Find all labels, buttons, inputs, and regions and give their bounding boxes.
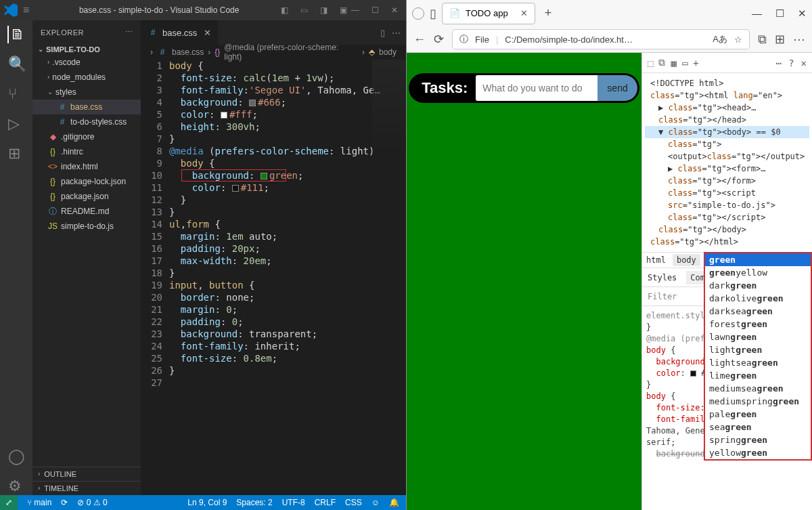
settings-icon[interactable]: ⚙ (8, 477, 24, 495)
file-readme[interactable]: ⓘREADME.md (32, 204, 141, 219)
extensions-icon[interactable]: ⊞ (775, 32, 785, 47)
explorer-label: EXPLORER (41, 28, 84, 37)
more-icon[interactable]: ⋯ (125, 28, 133, 37)
autocomplete-popup[interactable]: greengreenyellowdarkgreendarkolivegreend… (704, 252, 812, 461)
read-aloud-icon[interactable]: Aあ (713, 33, 727, 45)
file-script[interactable]: JSsimple-to-do.js (32, 219, 141, 234)
devtools-panel: ⬚ ⧉ ▦ ▭ + ⋯ ? ✕ <!DOCTYPE html>class="tg… (641, 53, 812, 510)
git-branch[interactable]: ⑂ main (27, 498, 51, 507)
sidebar: EXPLORER ⋯ ⌄SIMPLE-TO-DO ›.vscode ›node_… (32, 20, 141, 495)
vscode-window: ≡ base.css - simple-to-do - Visual Studi… (0, 0, 406, 510)
timeline-section[interactable]: ›TIMELINE (32, 481, 141, 495)
menu-icon[interactable]: ⋯ (793, 32, 805, 47)
sync-icon[interactable]: ⟳ (61, 498, 68, 507)
tab-close-icon[interactable]: ✕ (520, 8, 528, 18)
dom-tree[interactable]: <!DOCTYPE html>class="tg"><html lang="en… (642, 73, 812, 252)
vscode-titlebar[interactable]: ≡ base.css - simple-to-do - Visual Studi… (0, 0, 406, 20)
device-icon[interactable]: ⧉ (658, 57, 665, 68)
feedback-icon[interactable]: ☺ (371, 498, 380, 507)
explorer-icon[interactable]: 🗎 (7, 26, 24, 43)
more-icon[interactable]: ⋯ (776, 58, 782, 68)
file-index-html[interactable]: <>index.html (32, 159, 141, 174)
remote-icon[interactable]: ⤢ (0, 495, 18, 510)
split-editor-icon[interactable]: ▯ (380, 28, 385, 38)
welcome-icon[interactable]: ▦ (671, 58, 676, 68)
status-bar: ⤢ ⑂ main ⟳ ⊘ 0 ⚠ 0 Ln 9, Col 9 Spaces: 2… (0, 495, 406, 510)
maximize-icon[interactable]: ☐ (371, 5, 379, 15)
favorite-icon[interactable]: ☆ (734, 35, 742, 45)
vscode-logo-icon (4, 3, 18, 17)
task-input[interactable] (476, 75, 597, 101)
filter-input[interactable]: Filter (648, 292, 677, 301)
minimize-icon[interactable]: — (752, 7, 762, 20)
extensions-icon[interactable]: ⊞ (8, 145, 24, 163)
browser-chrome: ▯ 📄 TODO app ✕ + — ☐ ✕ ← ⟳ ⓘ File | C:/D… (407, 0, 812, 53)
send-button[interactable]: send (597, 75, 637, 101)
project-root[interactable]: ⌄SIMPLE-TO-DO (32, 44, 141, 55)
devtools-toolbar: ⬚ ⧉ ▦ ▭ + ⋯ ? ✕ (642, 53, 812, 73)
file-package-lock[interactable]: {}package-lock.json (32, 174, 141, 189)
page-info-icon[interactable]: ⓘ (459, 33, 468, 45)
collections-icon[interactable]: ⧉ (758, 33, 767, 47)
breadcrumbs[interactable]: ›#base.css ›{}@media (prefers-color-sche… (141, 45, 406, 60)
elements-tab-icon[interactable]: ▭ (682, 58, 687, 68)
close-icon[interactable]: ✕ (798, 7, 807, 20)
new-tab-icon[interactable]: + (693, 58, 698, 68)
inspect-icon[interactable]: ⬚ (648, 58, 653, 68)
address-bar[interactable]: ⓘ File | C:/Demo/simple-to-do/index.ht… … (452, 29, 750, 49)
browser-tab[interactable]: 📄 TODO app ✕ (442, 3, 535, 24)
outline-section[interactable]: ›OUTLINE (32, 467, 141, 481)
minimize-icon[interactable]: — (351, 5, 359, 15)
tab-actions-icon[interactable]: ▯ (430, 6, 436, 21)
file-hintrc[interactable]: {}.hintrc (32, 144, 141, 159)
tab-base-css[interactable]: # base.css ✕ (141, 20, 219, 45)
cursor-pos[interactable]: Ln 9, Col 9 (187, 498, 227, 507)
task-form: Tasks: send (409, 73, 639, 103)
maximize-icon[interactable]: ☐ (775, 7, 784, 20)
panel-right-icon[interactable]: ◨ (320, 5, 328, 15)
file-gitignore[interactable]: ◆.gitignore (32, 129, 141, 144)
activity-bar: 🗎 🔍 ⑂ ▷ ⊞ ◯ ⚙ (0, 20, 32, 495)
styles-tab[interactable]: Styles (648, 273, 677, 282)
help-icon[interactable]: ? (788, 58, 794, 68)
account-icon[interactable]: ◯ (8, 448, 24, 465)
close-icon[interactable]: ✕ (391, 5, 398, 15)
problems[interactable]: ⊘ 0 ⚠ 0 (77, 498, 107, 507)
code-editor[interactable]: 1234567891011121314151617181920212223242… (141, 60, 406, 495)
tab-close-icon[interactable]: ✕ (204, 28, 211, 38)
new-tab-icon[interactable]: + (545, 6, 552, 20)
eol[interactable]: CRLF (315, 498, 336, 507)
panel-bottom-icon[interactable]: ▭ (300, 5, 308, 15)
tasks-label: Tasks: (411, 79, 476, 97)
refresh-icon[interactable]: ⟳ (434, 32, 444, 47)
language[interactable]: CSS (345, 498, 362, 507)
indent[interactable]: Spaces: 2 (236, 498, 272, 507)
window-title: base.css - simple-to-do - Visual Studio … (37, 5, 281, 15)
favicon-icon: 📄 (449, 8, 460, 18)
back-icon[interactable]: ← (413, 33, 426, 47)
folder-vscode[interactable]: ›.vscode (32, 55, 141, 70)
folder-node-modules[interactable]: ›node_modules (32, 70, 141, 85)
debug-icon[interactable]: ▷ (8, 115, 24, 133)
layout-icon[interactable]: ▣ (340, 5, 347, 15)
file-base-css[interactable]: #base.css (32, 100, 141, 114)
highlight-box (181, 169, 286, 182)
folder-styles[interactable]: ⌄styles (32, 85, 141, 100)
editor-tabs: # base.css ✕ ▯ ⋯ (141, 20, 406, 45)
tab-more-icon[interactable]: ⋯ (392, 28, 401, 38)
layout-icons: ◧ ▭ ◨ ▣ (281, 5, 347, 15)
menu-icon[interactable]: ≡ (23, 4, 29, 16)
window-controls: — ☐ ✕ (351, 5, 398, 15)
search-icon[interactable]: 🔍 (8, 56, 24, 73)
file-todo-styles[interactable]: #to-do-styles.css (32, 114, 141, 129)
editor-area: # base.css ✕ ▯ ⋯ ›#base.css ›{}@media (p… (141, 20, 406, 495)
edge-window: ▯ 📄 TODO app ✕ + — ☐ ✕ ← ⟳ ⓘ File | C:/D… (406, 0, 812, 510)
panel-left-icon[interactable]: ◧ (281, 5, 288, 15)
git-icon[interactable]: ⑂ (8, 85, 24, 103)
profile-icon[interactable] (412, 7, 424, 20)
bell-icon[interactable]: 🔔 (389, 498, 399, 507)
file-package-json[interactable]: {}package.json (32, 189, 141, 204)
close-devtools-icon[interactable]: ✕ (801, 58, 807, 68)
minimap[interactable] (372, 60, 406, 154)
encoding[interactable]: UTF-8 (282, 498, 305, 507)
